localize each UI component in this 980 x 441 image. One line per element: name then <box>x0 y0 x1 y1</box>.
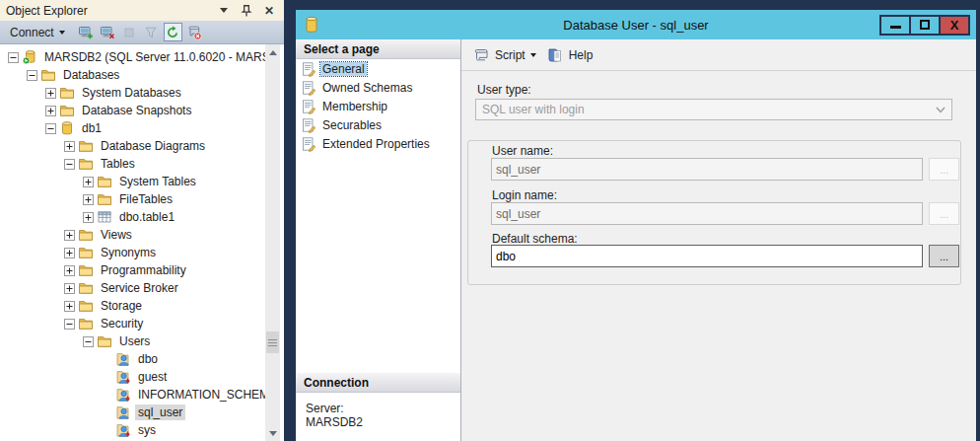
auto-hide-pin-icon[interactable] <box>240 4 253 18</box>
tree-expander-plus-icon[interactable] <box>64 141 75 152</box>
tree-item-service-broker[interactable]: Service Broker <box>0 279 284 297</box>
tree-expander-spacer <box>102 390 112 401</box>
script-dropdown-arrow-icon[interactable] <box>530 53 536 57</box>
page-icon <box>301 136 316 152</box>
tree-expander-minus-icon[interactable] <box>64 319 75 330</box>
user-name-label: User name: <box>492 144 553 158</box>
disconnect-server-icon[interactable] <box>99 23 117 41</box>
tree-expander-plus-icon[interactable] <box>64 301 75 312</box>
page-item-securables[interactable]: Securables <box>296 115 460 134</box>
scroll-up-arrow-icon[interactable] <box>265 45 280 59</box>
select-a-page-panel: Select a page GeneralOwned SchemasMember… <box>296 39 461 441</box>
tree-item-guest[interactable]: guest <box>0 368 284 386</box>
tree-item-users[interactable]: Users <box>0 332 284 350</box>
maximize-button[interactable] <box>909 15 941 36</box>
minimize-button[interactable] <box>879 15 911 36</box>
server-label: Server: <box>306 402 460 415</box>
help-button[interactable]: Help <box>546 47 594 63</box>
folder-icon <box>97 191 112 207</box>
stop-icon[interactable] <box>120 23 139 41</box>
page-item-label: General <box>320 62 367 76</box>
tree-item-system-databases[interactable]: System Databases <box>0 84 284 102</box>
tree-item-marsdb2-sql-server-11-0-6020-m[interactable]: MARSDB2 (SQL Server 11.0.6020 - MARSD <box>0 48 284 66</box>
help-icon <box>546 47 564 63</box>
tree-expander-minus-icon[interactable] <box>27 70 37 81</box>
tree-scrollbar[interactable] <box>265 44 280 441</box>
tree-item-tables[interactable]: Tables <box>0 155 284 173</box>
page-icon <box>301 99 316 114</box>
user-type-select[interactable]: SQL user with login <box>475 99 952 120</box>
folder-icon <box>97 333 112 349</box>
tree-item-label: Databases <box>60 67 122 83</box>
tree-item-database-snapshots[interactable]: Database Snapshots <box>0 102 284 119</box>
tree-expander-minus-icon[interactable] <box>83 336 94 347</box>
tree-item-databases[interactable]: Databases <box>0 66 284 84</box>
folder-icon <box>78 156 94 172</box>
tree-item-views[interactable]: Views <box>0 226 284 244</box>
tree-expander-plus-icon[interactable] <box>83 177 94 187</box>
tree-expander-plus-icon[interactable] <box>83 194 94 205</box>
tree-item-programmability[interactable]: Programmability <box>0 261 284 279</box>
page-item-general[interactable]: General <box>296 59 460 78</box>
tree-expander-plus-icon[interactable] <box>64 230 75 241</box>
tree-item-dbo[interactable]: dbo <box>0 350 284 368</box>
tree-item-label: Programmability <box>98 262 189 278</box>
dialog-toolbar: Script Help <box>461 39 976 71</box>
default-schema-browse-button[interactable]: ... <box>929 245 959 267</box>
tree-item-database-diagrams[interactable]: Database Diagrams <box>0 137 284 155</box>
page-item-owned-schemas[interactable]: Owned Schemas <box>296 78 460 97</box>
server-value: MARSDB2 <box>306 415 460 429</box>
connect-server-icon[interactable] <box>77 23 96 41</box>
tree-item-sys[interactable]: sys <box>0 421 284 439</box>
tree-item-system-tables[interactable]: System Tables <box>0 173 284 190</box>
scroll-down-arrow-icon[interactable] <box>265 426 280 440</box>
tree-item-filetables[interactable]: FileTables <box>0 190 284 208</box>
close-icon[interactable]: ✕ <box>262 4 276 18</box>
login-name-input[interactable] <box>491 202 923 225</box>
window-position-icon[interactable] <box>217 4 231 18</box>
script-error-icon[interactable] <box>185 23 204 41</box>
folder-icon <box>97 174 112 189</box>
tree-item-dbo-table1[interactable]: dbo.table1 <box>0 208 284 226</box>
filter-icon[interactable] <box>142 23 161 41</box>
tree-item-db1[interactable]: db1 <box>0 119 284 137</box>
scroll-thumb[interactable] <box>266 331 279 353</box>
user-name-browse-button[interactable]: ... <box>929 158 959 181</box>
object-explorer-titlebar: Object Explorer ✕ <box>0 0 284 21</box>
connect-button[interactable]: Connect <box>6 24 69 41</box>
tree-expander-plus-icon[interactable] <box>64 265 75 276</box>
login-name-browse-button[interactable]: ... <box>929 202 959 225</box>
tree-item-information-schema[interactable]: INFORMATION_SCHEMA <box>0 386 284 404</box>
tree-item-sql-user[interactable]: sql_user <box>0 404 284 421</box>
refresh-icon[interactable] <box>164 23 182 41</box>
page-icon <box>301 80 316 96</box>
tree-item-storage[interactable]: Storage <box>0 297 284 315</box>
tree-item-security[interactable]: Security <box>0 315 284 332</box>
tree-expander-minus-icon[interactable] <box>8 52 19 63</box>
connect-button-label: Connect <box>10 26 54 39</box>
page-item-extended-properties[interactable]: Extended Properties <box>296 134 460 153</box>
tree-expander-plus-icon[interactable] <box>64 283 75 294</box>
tree-expander-plus-icon[interactable] <box>64 248 75 258</box>
tree-expander-plus-icon[interactable] <box>45 88 56 99</box>
tree-expander-plus-icon[interactable] <box>45 106 56 116</box>
dialog-titlebar[interactable]: Database User - sql_user X <box>296 10 976 39</box>
page-item-label: Membership <box>320 100 389 113</box>
user-type-label: User type: <box>477 83 531 97</box>
page-icon <box>301 61 316 77</box>
tree-item-synonyms[interactable]: Synonyms <box>0 244 284 261</box>
page-item-label: Securables <box>320 118 384 132</box>
close-button[interactable]: X <box>939 15 970 36</box>
page-item-membership[interactable]: Membership <box>296 97 460 115</box>
script-button[interactable]: Script <box>472 47 536 63</box>
object-explorer-toolbar: Connect <box>0 21 284 44</box>
folder-icon <box>78 138 94 154</box>
tree-expander-plus-icon[interactable] <box>83 212 94 223</box>
tree-item-label: Service Broker <box>98 280 181 296</box>
tree-expander-minus-icon[interactable] <box>45 123 56 134</box>
connection-section: Connection Server: MARSDB2 Connection: <box>296 373 460 441</box>
tree-expander-minus-icon[interactable] <box>64 159 75 170</box>
page-item-label: Owned Schemas <box>320 81 414 95</box>
user-name-input[interactable] <box>491 158 923 181</box>
default-schema-input[interactable] <box>491 245 923 267</box>
